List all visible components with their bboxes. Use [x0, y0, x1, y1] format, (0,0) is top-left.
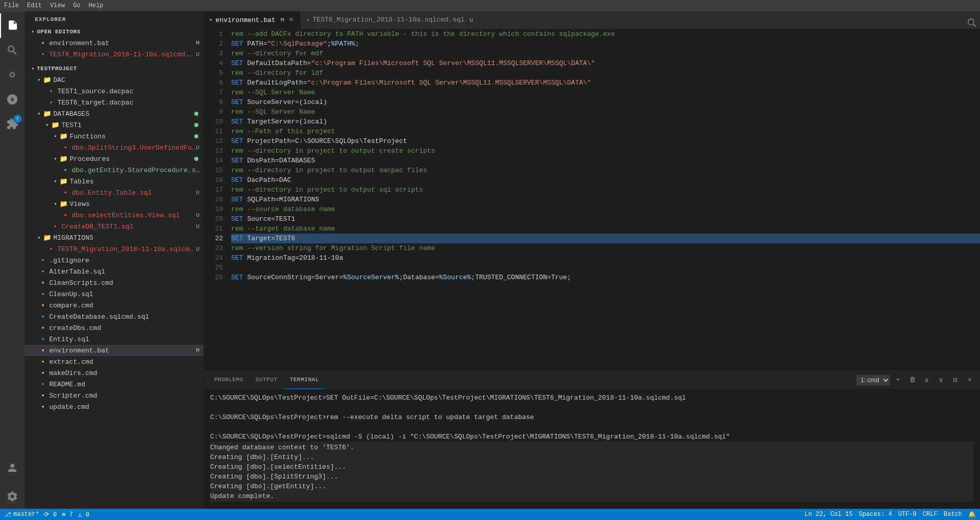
panel-up-btn[interactable]: ∧ [921, 374, 933, 386]
cleanup-sql[interactable]: ▪ CleanUp.sql [25, 288, 203, 300]
terminal-line-11: Update complete. [210, 491, 974, 501]
terminal-line-1: C:\SOURCE\SQLOps\TestProject>SET OutFile… [210, 393, 974, 403]
code-line-10: SET TargetServer=(local) [231, 117, 980, 127]
eol-label: CRLF [923, 511, 937, 518]
terminal-content[interactable]: C:\SOURCE\SQLOps\TestProject>SET OutFile… [204, 389, 980, 509]
migrations-folder[interactable]: ▾ 📁 MIGRATIONS [25, 232, 203, 243]
createdbs-cmd[interactable]: ▪ createDbs.cmd [25, 322, 203, 334]
code-lines[interactable]: rem --add DACFx directory to PATH variab… [227, 29, 980, 370]
status-feedback-icon[interactable]: 🔔 [968, 511, 976, 518]
status-warnings[interactable]: △ 0 [78, 511, 89, 518]
branch-icon: ⎇ [4, 511, 11, 518]
status-eol[interactable]: CRLF [923, 511, 937, 518]
open-editors-header[interactable]: ▾ Open Editors [25, 26, 203, 37]
search-activity-icon[interactable] [0, 38, 25, 63]
entity-sql[interactable]: ▪ Entity.sql [25, 334, 203, 345]
activity-bar: 7 [0, 11, 25, 509]
update-cmd[interactable]: ▪ update.cmd [25, 401, 203, 412]
panel-down-btn[interactable]: ∨ [935, 374, 947, 386]
sync-label: ⟳ 0 [44, 511, 56, 518]
status-branch[interactable]: ⎇ master* [4, 511, 39, 518]
tables-folder[interactable]: ▾ 📁 Tables [25, 176, 203, 187]
menu-edit[interactable]: Edit [27, 2, 42, 9]
tab-bat-close[interactable]: × [287, 16, 295, 24]
status-errors[interactable]: ⊗ 7 [62, 511, 73, 518]
sidebar: Explorer ▾ Open Editors ▪ environment.ba… [25, 11, 204, 509]
createdb-sql[interactable]: ▪ CreateDB_TEST1.sql U [25, 221, 203, 232]
databases-label: DATABASES [53, 110, 89, 118]
testproject-header[interactable]: ▾ TESTPROJECT [25, 63, 203, 74]
gitignore-file[interactable]: ▪ .gitignore [25, 255, 203, 266]
code-line-9: rem --SQL Server Name [231, 107, 980, 117]
dac-test1-source[interactable]: ▪ TEST1_source.dacpac [25, 86, 203, 97]
status-language[interactable]: Batch [944, 511, 962, 518]
scm-activity-icon[interactable] [0, 63, 25, 87]
migration-sql[interactable]: ▪ TEST6_Migration_2018-11-10a.sqlcmd.sql… [25, 243, 203, 255]
scripter-cmd[interactable]: ▪ Scripter.cmd [25, 390, 203, 401]
status-sync[interactable]: ⟳ 0 [44, 511, 56, 518]
editor-search-icon[interactable] [968, 18, 976, 29]
tab-output[interactable]: OUTPUT [250, 371, 284, 389]
position-label: Ln 22, Col 15 [805, 511, 853, 518]
status-encoding[interactable]: UTF-8 [898, 511, 916, 518]
panel-add-btn[interactable]: + [892, 374, 904, 386]
createdatabase-sql[interactable]: ▪ CreateDatabase.sqlcmd.sql [25, 311, 203, 322]
branch-label: master* [13, 511, 39, 518]
code-line-20: SET Source=TEST1 [231, 214, 980, 224]
files-activity-icon[interactable] [0, 13, 25, 38]
databases-dot [194, 112, 198, 116]
makedirs-icon: ▪ [39, 369, 47, 377]
dacpac-icon: ▪ [47, 87, 55, 95]
open-editor-bat[interactable]: ▪ environment.bat M [25, 37, 203, 49]
splitstring-sql[interactable]: ▪ dbo.SplitString3.UserDefinedFunction.s… [25, 142, 203, 153]
entity-table-sql[interactable]: ▪ dbo.Entity.Table.sql U [25, 187, 203, 198]
panel-split-btn[interactable]: ⊡ [949, 374, 962, 386]
menu-view[interactable]: View [50, 2, 65, 9]
tab-sql-badge: U [469, 17, 473, 23]
getentity-sql[interactable]: ▪ dbo.getEntity.StoredProcedure.sql [25, 164, 203, 176]
menu-file[interactable]: File [4, 2, 19, 9]
createdatabase-label: CreateDatabase.sqlcmd.sql [49, 313, 149, 321]
dac-folder[interactable]: ▾ 📁 DAC [25, 74, 203, 86]
altertable-sql[interactable]: ▪ AlterTable.sql [25, 266, 203, 277]
panel-delete-btn[interactable]: 🗑 [906, 374, 918, 386]
views-folder[interactable]: ▾ 📁 Views [25, 198, 203, 210]
environment-bat[interactable]: ▪ environment.bat M [25, 345, 203, 356]
dac-test6-target[interactable]: ▪ TEST6_target.dacpac [25, 97, 203, 108]
tab-migration-sql[interactable]: ▪ TEST6_Migration_2018-11-10a.sqlcmd.sql… [301, 11, 479, 29]
bat-badge: M [196, 40, 199, 46]
code-line-23: rem --version string for Migration Scrip… [231, 243, 980, 253]
titlebar-menu[interactable]: File Edit View Go Help [4, 2, 104, 9]
tab-terminal[interactable]: TERMINAL [283, 371, 325, 389]
settings-activity-icon[interactable] [0, 484, 25, 509]
terminal-dropdown[interactable]: 1: cmd [856, 375, 890, 385]
getentity-label: dbo.getEntity.StoredProcedure.sql [72, 167, 203, 174]
debug-activity-icon[interactable] [0, 87, 25, 112]
code-line-12: SET ProjectPath=C:\SOURCE\SQLOps\TestPro… [231, 136, 980, 146]
open-editor-sql[interactable]: ▪ TEST6_Migration_2018-11-10a.sqlcmd.sql… [25, 49, 203, 60]
status-position[interactable]: Ln 22, Col 15 [805, 511, 853, 518]
tab-environment-bat[interactable]: ▪ environment.bat M × [204, 11, 301, 29]
panel-close-btn[interactable]: × [964, 374, 976, 386]
cleanscripts-cmd[interactable]: ▪ CleanScripts.cmd [25, 277, 203, 288]
compare-cmd[interactable]: ▪ compare.cmd [25, 300, 203, 311]
functions-folder[interactable]: ▾ 📁 Functions [25, 131, 203, 142]
accounts-activity-icon[interactable] [0, 455, 25, 480]
menu-help[interactable]: Help [89, 2, 104, 9]
terminal-line-4 [210, 422, 974, 432]
editor-content[interactable]: 1 2 3 4 5 6 7 8 9 10 11 12 13 14 15 16 1 [204, 29, 980, 370]
test1-folder[interactable]: ▾ 📁 TEST1 [25, 119, 203, 131]
extract-cmd[interactable]: ▪ extract.cmd [25, 356, 203, 367]
test1-arrow: ▾ [43, 121, 51, 129]
selectentities-sql[interactable]: ▪ dbo.selectEntities.View.sql U [25, 210, 203, 221]
code-line-16: SET DacPath=DAC [231, 175, 980, 185]
status-spaces[interactable]: Spaces: 4 [859, 511, 892, 518]
readme-md[interactable]: ▪ README.md [25, 379, 203, 390]
makedirs-cmd[interactable]: ▪ makeDirs.cmd [25, 367, 203, 379]
extensions-activity-icon[interactable]: 7 [0, 112, 25, 136]
menu-go[interactable]: Go [73, 2, 80, 9]
tab-problems[interactable]: PROBLEMS [208, 371, 250, 389]
dac-test6-label: TEST6_target.dacpac [57, 99, 133, 107]
databases-folder[interactable]: ▾ 📁 DATABASES [25, 108, 203, 119]
procedures-folder[interactable]: ▾ 📁 Procedures [25, 153, 203, 164]
